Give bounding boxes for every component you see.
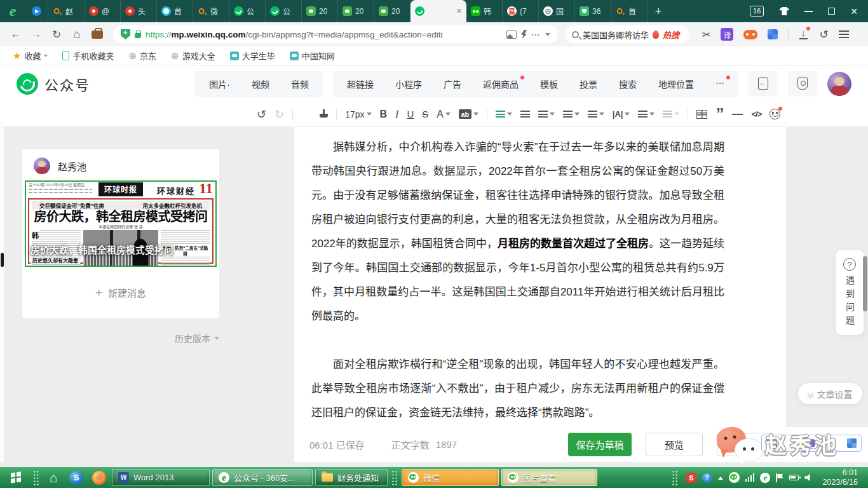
bookmark-cnki[interactable]: 中国知网 [285, 50, 340, 62]
underline-button[interactable]: U [407, 109, 414, 119]
quick-launch-firefox[interactable] [88, 467, 111, 488]
theme-skin-icon[interactable] [779, 7, 789, 15]
font-size-select[interactable]: 17px [345, 109, 371, 119]
translate-icon[interactable]: 译 [721, 28, 733, 41]
screenshot-scissors-icon[interactable] [702, 29, 710, 41]
home-icon[interactable] [67, 25, 86, 44]
hot-search-label[interactable]: 热搜 [663, 29, 679, 41]
blockquote-button[interactable] [715, 111, 724, 118]
browser-tab[interactable]: 微 [193, 0, 229, 22]
undo-icon[interactable] [257, 107, 266, 121]
menu-audio[interactable]: 音频 [291, 78, 309, 90]
insert-table-button[interactable] [696, 110, 707, 119]
new-tab-button[interactable] [648, 0, 669, 22]
browser-tab[interactable]: 20 [338, 0, 374, 22]
search-field[interactable]: 美国国务卿将访华 热搜 [566, 25, 689, 43]
italic-button[interactable]: I [395, 109, 398, 120]
restore-tab-icon[interactable] [819, 28, 828, 41]
browser-tab[interactable]: 首 [157, 0, 193, 22]
clear-format-button[interactable] [301, 111, 311, 118]
menu-ad[interactable]: 广告 [444, 78, 461, 90]
browser-tab[interactable]: 公 [229, 0, 266, 22]
menu-icon[interactable] [839, 30, 849, 38]
action-center-flag-icon[interactable] [776, 473, 783, 482]
bold-button[interactable]: B [380, 109, 388, 120]
battery-icon[interactable] [789, 475, 799, 480]
more-url-actions-icon[interactable] [531, 29, 541, 39]
menu-rebate-goods[interactable]: 返佣商品 [483, 78, 519, 90]
bookmark-student[interactable]: 大学生毕 [225, 50, 280, 62]
redo-icon[interactable] [275, 107, 284, 121]
volume-icon[interactable] [804, 473, 813, 482]
network-signal-icon[interactable] [745, 473, 755, 482]
new-message-button[interactable]: 新建消息 [22, 267, 219, 318]
reload-icon[interactable] [47, 25, 66, 44]
bookmark-games[interactable]: 游戏大全 [166, 50, 220, 62]
save-draft-button[interactable]: 保存为草稿 [568, 433, 632, 456]
site-shield-icon[interactable] [121, 29, 130, 39]
browser-tab[interactable]: 国 [539, 0, 575, 22]
menu-image[interactable]: 图片· [209, 78, 230, 90]
url-text[interactable]: https://mp.weixin.qq.com/cgi-bin/appmsg?… [146, 30, 502, 39]
paragraph-spacing-button[interactable] [588, 110, 604, 118]
originality-check-button[interactable] [788, 71, 817, 97]
task-wechat[interactable]: 微信 [402, 469, 499, 486]
quick-launch-home[interactable] [42, 467, 65, 488]
browser-tab[interactable]: @ [85, 0, 121, 22]
url-dropdown-icon[interactable] [545, 33, 550, 39]
image-toggle-icon[interactable] [506, 30, 517, 39]
outdent-button[interactable] [538, 110, 555, 118]
minimize-icon[interactable] [804, 11, 813, 12]
collapse-panel-button[interactable] [749, 71, 778, 97]
task-folder[interactable]: 财务处通知 [315, 469, 388, 486]
article-settings-button[interactable]: 文章设置 [798, 383, 862, 404]
browser-tab[interactable]: 赵 [48, 0, 85, 22]
editor-page[interactable]: 据韩媒分析，中介机构卷入诈骗的“导火索”在于过去一年多以来的美联储加息周期带动韩… [294, 127, 786, 427]
restore-icon[interactable] [828, 8, 835, 15]
tab-close-icon[interactable] [456, 7, 462, 15]
search-query[interactable]: 美国国务卿将访华 [583, 29, 649, 41]
apps-grid-icon[interactable] [768, 29, 778, 39]
list-button[interactable] [638, 110, 654, 118]
download-icon[interactable] [799, 29, 809, 39]
menu-vote[interactable]: 投票 [580, 78, 597, 90]
bookmark-jd[interactable]: 京东 [123, 50, 161, 62]
url-field[interactable]: https://mp.weixin.qq.com/cgi-bin/appmsg?… [113, 25, 558, 43]
browser-tab[interactable]: 20 [374, 0, 410, 22]
browser-tab[interactable]: 公 [266, 0, 302, 22]
send-button[interactable]: 群发 [717, 433, 774, 456]
line-height-button[interactable] [563, 110, 580, 118]
preview-button[interactable]: 预览 [646, 433, 703, 456]
browser-tab[interactable]: (7 [503, 0, 539, 22]
browser-tab[interactable]: 韩 [466, 0, 503, 22]
menu-search[interactable]: 搜索 [619, 78, 637, 90]
360-tray-icon[interactable]: e [760, 473, 770, 483]
emoji-button[interactable] [770, 109, 780, 119]
highlight-color-button[interactable]: ab [459, 109, 478, 119]
tab-count-badge[interactable]: 16 [750, 6, 764, 17]
bookmark-favorites[interactable]: 收藏 [8, 50, 53, 62]
quick-launch-sogou-browser[interactable]: S [65, 467, 88, 488]
letter-spacing-button[interactable]: |A| [613, 109, 630, 119]
browser-tab[interactable]: 36 [575, 0, 611, 22]
help-feedback-button[interactable]: 遇到问题 [836, 250, 864, 335]
task-browser[interactable]: e公众号 - 360安... [212, 469, 313, 486]
speed-mode-icon[interactable] [521, 30, 527, 39]
indent-right-button[interactable] [520, 111, 530, 118]
article-thumbnail[interactable]: 第7562期 2023年6月15日 星期四 环球时报 环球财经 11 交巨额保证… [25, 180, 217, 267]
bookmark-mobile-folder[interactable]: 手机收藏夹 [57, 50, 119, 62]
format-painter-button[interactable] [320, 109, 328, 119]
menu-hyperlink[interactable]: 超链接 [347, 78, 374, 90]
briefcase-icon[interactable] [92, 30, 103, 39]
browser-tab[interactable]: 头 [121, 0, 157, 22]
task-word[interactable]: WWord 2013 [112, 469, 210, 486]
taskbar-clock[interactable]: 6:01 2023/6/16 [818, 468, 864, 487]
forward-icon[interactable] [27, 25, 46, 44]
menu-template[interactable]: 模板 [540, 78, 558, 90]
menu-miniprogram[interactable]: 小程序 [395, 78, 422, 90]
start-button[interactable] [0, 467, 31, 488]
menu-more[interactable]: ··· [715, 78, 724, 90]
help-tray-icon[interactable]: ? [702, 473, 712, 483]
task-image-viewer[interactable]: 图片查看 [501, 469, 597, 486]
browser-tab[interactable]: 首 [611, 0, 648, 22]
